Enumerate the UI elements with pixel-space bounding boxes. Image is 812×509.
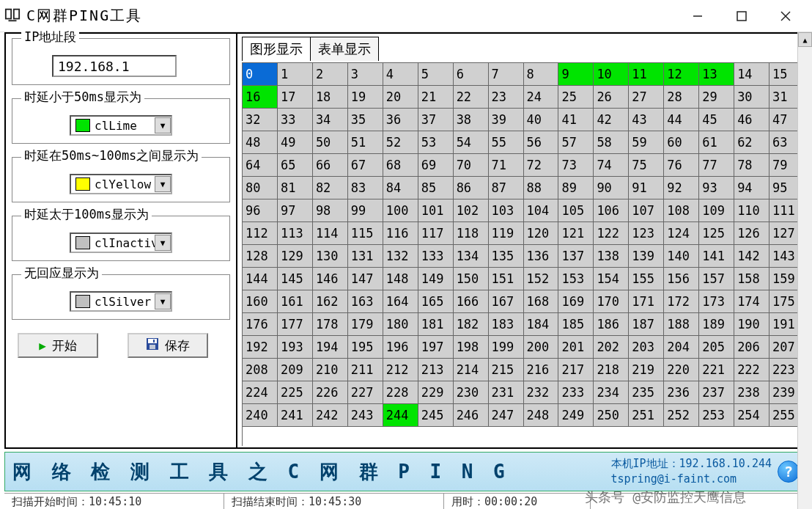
grid-cell[interactable]: 34	[313, 109, 348, 131]
grid-cell[interactable]: 4	[383, 63, 418, 86]
grid-cell[interactable]: 177	[278, 313, 313, 336]
grid-cell[interactable]: 73	[558, 154, 594, 177]
grid-cell[interactable]: 45	[699, 109, 734, 131]
grid-cell[interactable]: 62	[734, 131, 769, 154]
grid-cell[interactable]: 115	[348, 222, 383, 245]
grid-cell[interactable]: 178	[313, 313, 348, 336]
grid-cell[interactable]: 174	[734, 290, 769, 313]
grid-cell[interactable]: 210	[313, 359, 348, 381]
grid-cell[interactable]: 209	[278, 359, 313, 381]
grid-cell[interactable]: 6	[454, 63, 489, 86]
grid-cell[interactable]: 216	[524, 359, 559, 381]
grid-cell[interactable]: 71	[489, 154, 524, 177]
grid-cell[interactable]: 179	[348, 313, 383, 336]
grid-cell[interactable]: 163	[348, 290, 383, 313]
grid-cell[interactable]: 214	[454, 359, 489, 381]
grid-cell[interactable]: 94	[734, 177, 769, 199]
grid-cell[interactable]: 165	[418, 290, 454, 313]
grid-cell[interactable]: 137	[558, 245, 594, 268]
grid-cell[interactable]: 219	[629, 359, 664, 381]
grid-cell[interactable]: 233	[558, 381, 594, 404]
grid-cell[interactable]: 13	[699, 63, 734, 86]
grid-cell[interactable]: 103	[489, 199, 524, 222]
grid-cell[interactable]: 220	[664, 359, 699, 381]
grid-cell[interactable]: 182	[454, 313, 489, 336]
grid-cell[interactable]: 67	[348, 154, 383, 177]
grid-cell[interactable]: 200	[524, 336, 559, 359]
grid-cell[interactable]: 35	[348, 109, 383, 131]
vertical-scrollbar[interactable]: ▲	[797, 32, 812, 509]
grid-cell[interactable]: 212	[383, 359, 418, 381]
grid-cell[interactable]: 155	[629, 268, 664, 290]
grid-cell[interactable]: 160	[243, 290, 278, 313]
grid-cell[interactable]: 81	[278, 177, 313, 199]
grid-cell[interactable]: 134	[454, 245, 489, 268]
grid-cell[interactable]: 238	[734, 381, 769, 404]
grid-cell[interactable]: 245	[418, 404, 454, 427]
grid-cell[interactable]: 130	[313, 245, 348, 268]
grid-cell[interactable]: 240	[243, 404, 278, 427]
grid-cell[interactable]: 118	[454, 222, 489, 245]
grid-cell[interactable]: 185	[558, 313, 594, 336]
grid-cell[interactable]: 27	[629, 86, 664, 109]
help-button[interactable]: ?	[778, 461, 800, 483]
minimize-button[interactable]	[676, 2, 720, 30]
grid-cell[interactable]: 110	[734, 199, 769, 222]
grid-cell[interactable]: 237	[699, 381, 734, 404]
grid-cell[interactable]: 254	[734, 404, 769, 427]
grid-cell[interactable]: 69	[418, 154, 454, 177]
grid-cell[interactable]: 222	[734, 359, 769, 381]
grid-cell[interactable]: 151	[489, 268, 524, 290]
grid-cell[interactable]: 198	[454, 336, 489, 359]
grid-cell[interactable]: 121	[558, 222, 594, 245]
grid-cell[interactable]: 190	[734, 313, 769, 336]
grid-cell[interactable]: 91	[629, 177, 664, 199]
grid-cell[interactable]: 197	[418, 336, 454, 359]
grid-cell[interactable]: 52	[383, 131, 418, 154]
grid-cell[interactable]: 164	[383, 290, 418, 313]
grid-cell[interactable]: 253	[699, 404, 734, 427]
grid-cell[interactable]: 109	[699, 199, 734, 222]
grid-cell[interactable]: 14	[734, 63, 769, 86]
save-button[interactable]: 保存	[128, 333, 208, 358]
grid-cell[interactable]: 154	[594, 268, 629, 290]
grid-cell[interactable]: 44	[664, 109, 699, 131]
grid-cell[interactable]: 23	[489, 86, 524, 109]
grid-cell[interactable]: 135	[489, 245, 524, 268]
grid-cell[interactable]: 97	[278, 199, 313, 222]
grid-cell[interactable]: 89	[558, 177, 594, 199]
grid-cell[interactable]: 231	[489, 381, 524, 404]
ip-segment-input[interactable]	[52, 55, 177, 77]
grid-cell[interactable]: 96	[243, 199, 278, 222]
grid-cell[interactable]: 167	[489, 290, 524, 313]
grid-cell[interactable]: 60	[664, 131, 699, 154]
grid-cell[interactable]: 156	[664, 268, 699, 290]
grid-cell[interactable]: 221	[699, 359, 734, 381]
grid-cell[interactable]: 199	[489, 336, 524, 359]
grid-cell[interactable]: 56	[524, 131, 559, 154]
grid-cell[interactable]: 211	[348, 359, 383, 381]
grid-cell[interactable]: 28	[664, 86, 699, 109]
grid-cell[interactable]: 7	[489, 63, 524, 86]
none-color-combo[interactable]: clSilver ▼	[70, 291, 172, 312]
grid-cell[interactable]: 54	[454, 131, 489, 154]
grid-cell[interactable]: 230	[454, 381, 489, 404]
grid-cell[interactable]: 92	[664, 177, 699, 199]
grid-cell[interactable]: 16	[243, 86, 278, 109]
grid-cell[interactable]: 122	[594, 222, 629, 245]
grid-cell[interactable]: 77	[699, 154, 734, 177]
grid-cell[interactable]: 124	[664, 222, 699, 245]
grid-cell[interactable]: 172	[664, 290, 699, 313]
grid-cell[interactable]: 48	[243, 131, 278, 154]
grid-cell[interactable]: 139	[629, 245, 664, 268]
grid-cell[interactable]: 193	[278, 336, 313, 359]
grid-cell[interactable]: 250	[594, 404, 629, 427]
grid-cell[interactable]: 22	[454, 86, 489, 109]
grid-cell[interactable]: 227	[348, 381, 383, 404]
grid-cell[interactable]: 203	[629, 336, 664, 359]
grid-cell[interactable]: 141	[699, 245, 734, 268]
grid-cell[interactable]: 196	[383, 336, 418, 359]
grid-cell[interactable]: 37	[418, 109, 454, 131]
grid-cell[interactable]: 218	[594, 359, 629, 381]
grid-cell[interactable]: 8	[524, 63, 559, 86]
